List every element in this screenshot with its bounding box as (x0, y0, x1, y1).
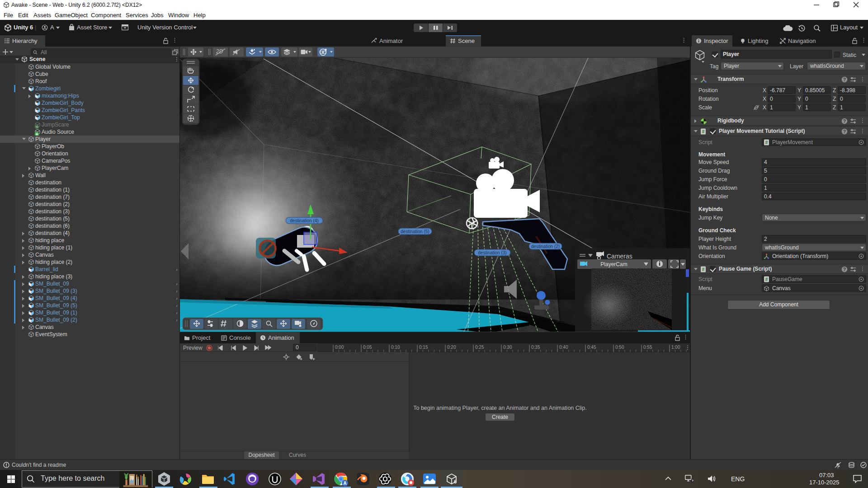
svg-text:destination (5): destination (5) (401, 229, 429, 234)
svg-text:#: # (702, 129, 705, 134)
svg-text:destination (2): destination (2) (531, 244, 560, 249)
svg-text:0:55: 0:55 (643, 345, 652, 350)
svg-text:0:25: 0:25 (475, 345, 484, 350)
svg-text:6: 6 (454, 479, 457, 484)
svg-text:Cameras: Cameras (607, 253, 632, 260)
svg-text:#: # (702, 267, 705, 272)
svg-text:A: A (343, 481, 346, 486)
svg-text:0:50: 0:50 (615, 345, 624, 350)
svg-text:0:10: 0:10 (391, 345, 400, 350)
svg-text:0:05: 0:05 (363, 345, 372, 350)
svg-text:PlayerCam: PlayerCam (600, 261, 627, 267)
svg-text:destination (3): destination (3) (478, 250, 506, 255)
svg-text:0:00: 0:00 (335, 345, 344, 350)
svg-text:0:15: 0:15 (419, 345, 428, 350)
svg-text:0:30: 0:30 (503, 345, 512, 350)
svg-text:0:45: 0:45 (587, 345, 596, 350)
svg-text:?: ? (843, 129, 846, 134)
svg-text:?: ? (843, 77, 846, 82)
svg-text:0:35: 0:35 (531, 345, 540, 350)
svg-text:destination (4): destination (4) (290, 218, 318, 223)
svg-text:0:20: 0:20 (447, 345, 456, 350)
svg-text:#: # (765, 277, 768, 282)
svg-text:1:00: 1:00 (671, 345, 680, 350)
svg-text:?: ? (843, 119, 846, 124)
svg-text:#: # (765, 140, 768, 145)
svg-text:?: ? (843, 267, 846, 272)
svg-text:0:40: 0:40 (559, 345, 568, 350)
